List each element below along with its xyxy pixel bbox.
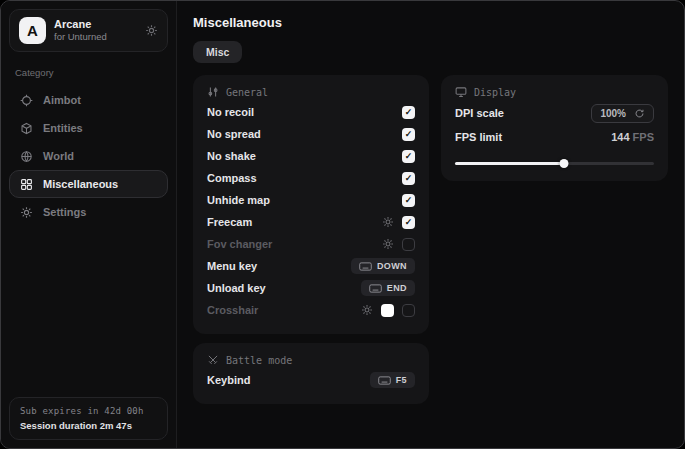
app-subtitle: for Unturned	[54, 31, 107, 43]
keybind-chip[interactable]: END	[361, 280, 415, 296]
display-panel-title: Display	[474, 87, 516, 98]
grid-icon	[20, 178, 33, 191]
session-duration-text: Session duration 2m 47s	[20, 420, 157, 431]
app-name: Arcane	[54, 18, 107, 32]
crosshair-icon	[20, 94, 33, 107]
color-swatch[interactable]	[381, 304, 394, 317]
setting-row-compass: Compass ✓	[207, 167, 415, 189]
display-panel-header: Display	[455, 86, 654, 98]
setting-row-no-recoil: No recoil ✓	[207, 101, 415, 123]
keybind-chip[interactable]: DOWN	[351, 258, 415, 274]
gear-icon[interactable]	[382, 238, 394, 250]
keybind-value: F5	[396, 375, 407, 385]
checkbox[interactable]	[402, 304, 415, 317]
checkbox[interactable]: ✓	[402, 216, 415, 229]
sidebar-item-label: Entities	[43, 122, 83, 134]
main-content: Miscellaneous Misc General No recoil ✓	[177, 1, 684, 448]
fps-limit-slider[interactable]	[455, 159, 654, 168]
category-label: Category	[15, 67, 162, 78]
app-titles: Arcane for Unturned	[54, 18, 107, 44]
cube-icon	[20, 122, 33, 135]
battle-mode-panel: Battle mode Keybind F5	[193, 343, 429, 404]
checkbox[interactable]: ✓	[402, 128, 415, 141]
setting-row-fps-limit: FPS limit 144 FPS	[455, 125, 654, 149]
app-logo: A	[19, 17, 46, 44]
checkbox[interactable]: ✓	[402, 150, 415, 163]
setting-row-freecam: Freecam ✓	[207, 211, 415, 233]
keybind-chip[interactable]: F5	[370, 372, 415, 388]
setting-row-unload-key: Unload key END	[207, 277, 415, 299]
keybind-value: DOWN	[377, 261, 407, 271]
battle-panel-header: Battle mode	[207, 354, 415, 366]
setting-row-menu-key: Menu key DOWN	[207, 255, 415, 277]
left-column: General No recoil ✓ No spread ✓ No shake…	[193, 75, 429, 404]
sidebar-item-label: Miscellaneous	[43, 178, 118, 190]
sidebar-item-label: World	[43, 150, 74, 162]
gear-icon	[20, 206, 33, 219]
swords-icon	[207, 354, 219, 366]
globe-icon	[20, 150, 33, 163]
slider-handle[interactable]	[560, 159, 569, 168]
battle-panel-title: Battle mode	[226, 355, 292, 366]
display-panel: Display DPI scale 100% FPS limit	[441, 75, 668, 181]
keyboard-icon	[369, 284, 382, 293]
sidebar-item-aimbot[interactable]: Aimbot	[9, 86, 168, 114]
setting-row-no-shake: No shake ✓	[207, 145, 415, 167]
fps-limit-value: 144 FPS	[611, 131, 654, 143]
sub-expiry-text: Sub expires in 42d 00h	[20, 406, 157, 416]
dpi-value: 100%	[600, 108, 626, 119]
monitor-icon	[455, 86, 467, 98]
refresh-icon[interactable]	[634, 108, 645, 119]
sidebar-item-label: Aimbot	[43, 94, 81, 106]
setting-row-no-spread: No spread ✓	[207, 123, 415, 145]
panels-container: General No recoil ✓ No spread ✓ No shake…	[193, 75, 668, 404]
sliders-icon	[207, 86, 219, 98]
gear-icon[interactable]	[361, 304, 373, 316]
gear-icon[interactable]	[145, 24, 158, 37]
page-title: Miscellaneous	[193, 15, 668, 30]
tab-misc[interactable]: Misc	[193, 41, 242, 63]
checkbox[interactable]: ✓	[402, 194, 415, 207]
setting-row-dpi-scale: DPI scale 100%	[455, 101, 654, 125]
keyboard-icon	[378, 376, 391, 385]
checkbox[interactable]	[402, 238, 415, 251]
subscription-card: Sub expires in 42d 00h Session duration …	[9, 397, 168, 440]
sidebar: A Arcane for Unturned Category Aimbot En…	[1, 1, 177, 448]
dpi-scale-control[interactable]: 100%	[591, 104, 654, 123]
sidebar-item-miscellaneous[interactable]: Miscellaneous	[9, 170, 168, 198]
slider-fill	[455, 162, 564, 165]
checkbox[interactable]: ✓	[402, 172, 415, 185]
general-panel-header: General	[207, 86, 415, 98]
app-header-card[interactable]: A Arcane for Unturned	[9, 9, 168, 52]
sidebar-item-entities[interactable]: Entities	[9, 114, 168, 142]
keyboard-icon	[359, 262, 372, 271]
sidebar-item-world[interactable]: World	[9, 142, 168, 170]
setting-row-fov-changer: Fov changer	[207, 233, 415, 255]
keybind-value: END	[387, 283, 407, 293]
right-column: Display DPI scale 100% FPS limit	[441, 75, 668, 181]
checkbox[interactable]: ✓	[402, 106, 415, 119]
setting-row-unhide-map: Unhide map ✓	[207, 189, 415, 211]
setting-row-crosshair: Crosshair	[207, 299, 415, 321]
general-panel-title: General	[226, 87, 268, 98]
general-panel: General No recoil ✓ No spread ✓ No shake…	[193, 75, 429, 334]
app-window: A Arcane for Unturned Category Aimbot En…	[0, 0, 685, 449]
sidebar-item-settings[interactable]: Settings	[9, 198, 168, 226]
setting-row-keybind: Keybind F5	[207, 369, 415, 391]
sidebar-item-label: Settings	[43, 206, 86, 218]
gear-icon[interactable]	[382, 216, 394, 228]
